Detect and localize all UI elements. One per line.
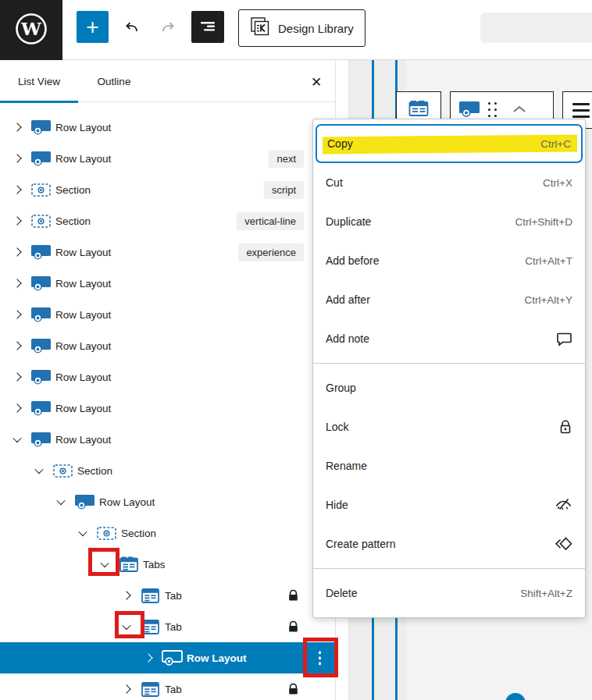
expander-chevron-icon[interactable] bbox=[139, 648, 158, 667]
row-layout-block-icon[interactable] bbox=[458, 100, 480, 120]
menu-item-shortcut: Ctrl+X bbox=[543, 177, 572, 189]
menu-item-hide[interactable]: Hide bbox=[313, 485, 585, 524]
menu-divider bbox=[313, 568, 585, 569]
menu-item-shortcut: Ctrl+Shift+D bbox=[515, 216, 572, 228]
list-item[interactable]: Section bbox=[0, 517, 335, 549]
menu-item-shortcut: Shift+Alt+Z bbox=[520, 588, 572, 599]
tabs-icon bbox=[118, 556, 139, 572]
menu-item-rename[interactable]: Rename bbox=[313, 446, 585, 485]
block-label: Section bbox=[77, 465, 112, 477]
add-block-button[interactable]: + bbox=[77, 11, 109, 43]
menu-divider bbox=[313, 363, 585, 364]
expander-chevron-icon[interactable] bbox=[95, 555, 114, 574]
expander-chevron-icon[interactable] bbox=[117, 586, 136, 605]
svg-text:W: W bbox=[20, 18, 42, 39]
list-item[interactable]: Row Layout bbox=[0, 393, 335, 424]
list-item[interactable]: Tab bbox=[0, 580, 335, 611]
pattern-icon bbox=[555, 536, 572, 552]
block-label: Row Layout bbox=[55, 371, 111, 383]
expander-chevron-icon[interactable] bbox=[117, 680, 136, 698]
expander-chevron-icon[interactable] bbox=[73, 524, 92, 542]
list-item[interactable]: Row Layout experience bbox=[0, 236, 335, 268]
menu-item-copy[interactable]: Copy Ctrl+C bbox=[316, 124, 583, 163]
undo-button[interactable] bbox=[114, 12, 148, 46]
redo-button[interactable] bbox=[152, 12, 186, 46]
list-item[interactable]: Tabs bbox=[0, 549, 335, 580]
expander-chevron-icon[interactable] bbox=[52, 492, 70, 511]
menu-item-add-after[interactable]: Add after Ctrl+Alt+Y bbox=[313, 280, 585, 319]
row-layout-icon bbox=[30, 244, 52, 260]
menu-item-label: Copy bbox=[327, 137, 353, 150]
block-label: Section bbox=[55, 184, 91, 196]
expander-chevron-icon[interactable] bbox=[8, 336, 27, 355]
document-title-placeholder[interactable] bbox=[480, 12, 592, 43]
list-item[interactable]: Row Layout bbox=[0, 361, 335, 393]
block-label: Row Layout bbox=[187, 652, 247, 664]
menu-item-label: Duplicate bbox=[326, 215, 371, 228]
menu-item-duplicate[interactable]: Duplicate Ctrl+Shift+D bbox=[313, 202, 585, 241]
menu-item-delete[interactable]: Delete Shift+Alt+Z bbox=[313, 574, 585, 613]
list-item[interactable]: Row Layout bbox=[0, 268, 335, 299]
gutenberg-editor: W + bbox=[0, 0, 592, 700]
list-item[interactable]: Section script bbox=[0, 174, 335, 205]
expander-chevron-icon[interactable] bbox=[8, 305, 27, 324]
expander-chevron-icon[interactable] bbox=[8, 118, 27, 137]
expander-chevron-icon[interactable] bbox=[8, 430, 27, 449]
close-icon[interactable]: ✕ bbox=[305, 71, 327, 93]
menu-item-add-before[interactable]: Add before Ctrl+Alt+T bbox=[313, 241, 585, 280]
list-item[interactable]: Tab bbox=[0, 611, 335, 642]
list-item[interactable]: Tab bbox=[0, 673, 335, 700]
block-label: Row Layout bbox=[99, 496, 155, 508]
list-view-tab-bar: List View Outline ✕ bbox=[0, 60, 335, 102]
menu-group: Group Lock Rename Hide Create pattern bbox=[313, 368, 585, 563]
list-item[interactable]: Row Layout bbox=[0, 330, 335, 361]
row-layout-icon bbox=[162, 650, 183, 666]
comment-icon bbox=[556, 332, 572, 346]
row-layout-icon bbox=[74, 494, 95, 510]
options-dots-icon[interactable] bbox=[316, 648, 325, 668]
block-tree: Row Layout Row Layout next Section scrip… bbox=[0, 102, 335, 700]
list-item[interactable]: Section bbox=[0, 455, 335, 486]
wordpress-menu-button[interactable]: W bbox=[0, 0, 62, 60]
list-item[interactable]: Row Layout next bbox=[0, 143, 335, 174]
expander-chevron-icon[interactable] bbox=[8, 399, 27, 418]
list-item[interactable]: Row Layout bbox=[0, 112, 335, 143]
design-library-button[interactable]: Design Library bbox=[238, 9, 366, 47]
list-item[interactable]: Row Layout bbox=[0, 486, 335, 517]
list-item[interactable]: Row Layout bbox=[0, 424, 335, 455]
list-item[interactable]: Row Layout bbox=[0, 642, 335, 673]
document-overview-button[interactable] bbox=[191, 11, 224, 43]
menu-item-add-note[interactable]: Add note bbox=[313, 319, 585, 358]
row-layout-icon bbox=[30, 369, 52, 385]
lock-icon bbox=[288, 684, 298, 695]
anchor-badge: script bbox=[264, 181, 304, 199]
menu-group: Delete Shift+Alt+Z bbox=[313, 574, 585, 613]
menu-item-group[interactable]: Group bbox=[313, 368, 585, 407]
block-label: Tab bbox=[165, 590, 182, 602]
menu-item-create-pattern[interactable]: Create pattern bbox=[313, 524, 585, 563]
expander-chevron-icon[interactable] bbox=[8, 180, 27, 199]
menu-item-label: Add note bbox=[326, 332, 369, 345]
row-layout-icon bbox=[30, 119, 52, 135]
expander-chevron-icon[interactable] bbox=[8, 274, 27, 293]
menu-item-label: Add before bbox=[326, 254, 380, 267]
menu-item-cut[interactable]: Cut Ctrl+X bbox=[313, 163, 585, 202]
menu-item-label: Group bbox=[326, 382, 356, 394]
expander-chevron-icon[interactable] bbox=[8, 368, 27, 386]
tabs-block-icon[interactable] bbox=[408, 100, 429, 120]
expander-chevron-icon[interactable] bbox=[8, 243, 27, 261]
list-item[interactable]: Section vertical-line bbox=[0, 205, 335, 236]
tab-outline[interactable]: Outline bbox=[78, 60, 150, 102]
tab-list-view[interactable]: List View bbox=[0, 60, 78, 102]
expander-chevron-icon[interactable] bbox=[8, 211, 27, 230]
lock-icon bbox=[288, 590, 298, 602]
block-label: Section bbox=[55, 215, 91, 227]
expander-chevron-icon[interactable] bbox=[30, 461, 48, 480]
move-up-icon[interactable] bbox=[512, 103, 527, 117]
drag-handle-icon[interactable] bbox=[488, 102, 497, 118]
menu-item-lock[interactable]: Lock bbox=[313, 407, 585, 446]
expander-chevron-icon[interactable] bbox=[8, 149, 27, 168]
expander-chevron-icon[interactable] bbox=[117, 617, 136, 636]
list-item[interactable]: Row Layout bbox=[0, 299, 335, 330]
menu-item-shortcut: Ctrl+Alt+T bbox=[525, 255, 572, 267]
